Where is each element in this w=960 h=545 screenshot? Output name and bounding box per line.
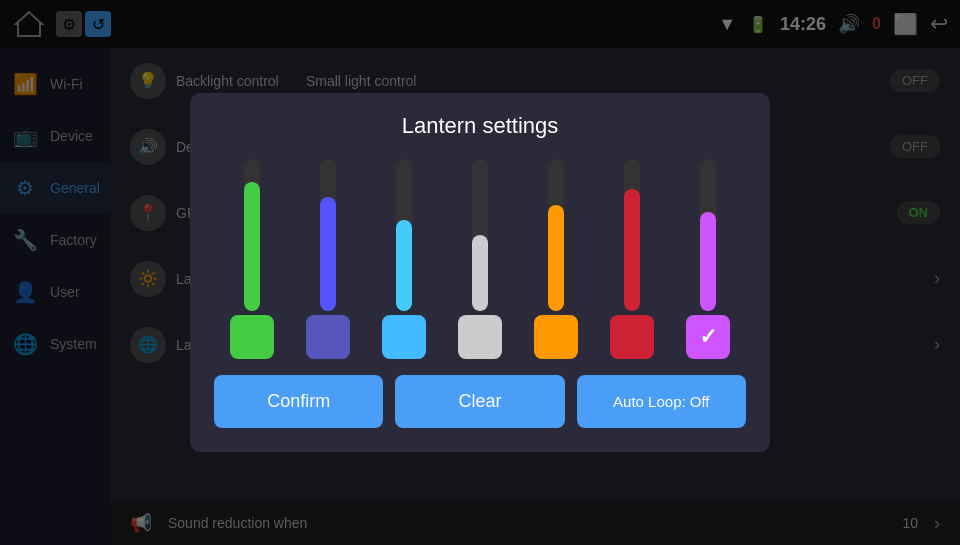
slider-blue-thumb[interactable] xyxy=(306,315,350,359)
slider-blue xyxy=(306,159,350,359)
auto-loop-button[interactable]: Auto Loop: Off xyxy=(577,375,746,428)
slider-white xyxy=(458,159,502,359)
slider-purple xyxy=(686,159,730,359)
slider-purple-thumb[interactable] xyxy=(686,315,730,359)
slider-red-thumb[interactable] xyxy=(610,315,654,359)
slider-orange xyxy=(534,159,578,359)
slider-red-track[interactable] xyxy=(624,159,640,311)
slider-green-track[interactable] xyxy=(244,159,260,311)
slider-cyan xyxy=(382,159,426,359)
dialog-overlay: Lantern settings xyxy=(0,0,960,545)
slider-red xyxy=(610,159,654,359)
dialog-buttons: Confirm Clear Auto Loop: Off xyxy=(214,375,746,428)
slider-orange-thumb[interactable] xyxy=(534,315,578,359)
slider-blue-track[interactable] xyxy=(320,159,336,311)
slider-cyan-thumb[interactable] xyxy=(382,315,426,359)
clear-button[interactable]: Clear xyxy=(395,375,564,428)
sliders-row xyxy=(214,159,746,359)
slider-white-thumb[interactable] xyxy=(458,315,502,359)
dialog-title: Lantern settings xyxy=(214,113,746,139)
confirm-button[interactable]: Confirm xyxy=(214,375,383,428)
slider-green xyxy=(230,159,274,359)
slider-green-thumb[interactable] xyxy=(230,315,274,359)
slider-cyan-track[interactable] xyxy=(396,159,412,311)
lantern-dialog: Lantern settings xyxy=(190,93,770,452)
slider-orange-track[interactable] xyxy=(548,159,564,311)
slider-purple-track[interactable] xyxy=(700,159,716,311)
slider-white-track[interactable] xyxy=(472,159,488,311)
